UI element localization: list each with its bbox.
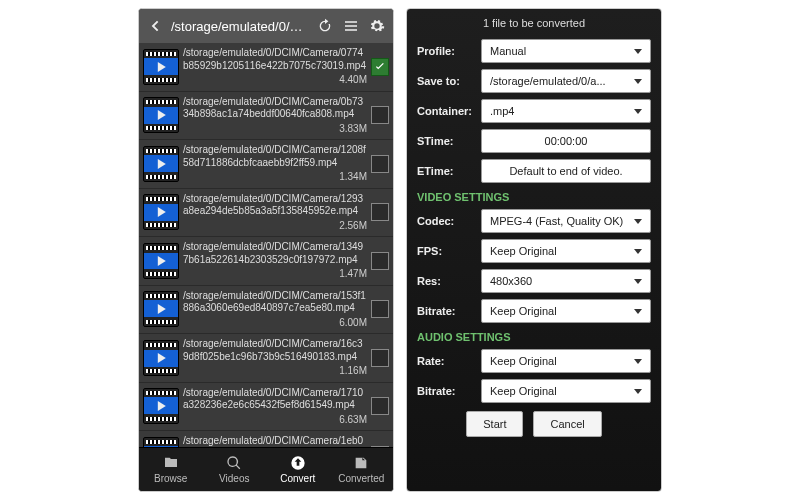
file-item[interactable]: /storage/emulated/0/DCIM/Camera/153f1886… [139,286,393,335]
label-fps: FPS: [417,245,475,257]
label-codec: Codec: [417,215,475,227]
video-thumb-icon [143,194,179,230]
etime-field[interactable]: Default to end of video. [481,159,651,183]
label-res: Res: [417,275,475,287]
file-path: /storage/emulated/0/DCIM/Camera/1208f58d… [183,144,367,169]
conversion-headline: 1 file to be converted [407,9,661,35]
bottom-tabs: Browse Videos Convert Converted [139,447,393,491]
file-path: /storage/emulated/0/DCIM/Camera/13497b61… [183,241,367,266]
file-list: /storage/emulated/0/DCIM/Camera/0774b859… [139,43,393,447]
file-path: /storage/emulated/0/DCIM/Camera/153f1886… [183,290,367,315]
profile-select[interactable]: Manual [481,39,651,63]
tab-videos[interactable]: Videos [203,448,267,491]
file-size: 1.47M [183,268,367,281]
file-size: 6.63M [183,414,367,427]
file-path: /storage/emulated/0/DCIM/Camera/1710a328… [183,387,367,412]
file-path: /storage/emulated/0/DCIM/Camera/1293a8ea… [183,193,367,218]
video-thumb-icon [143,388,179,424]
file-size: 2.56M [183,220,367,233]
topbar: /storage/emulated/0/D... [139,9,393,43]
chevron-down-icon [634,249,642,254]
file-checkbox[interactable] [371,155,389,173]
video-settings-heading: VIDEO SETTINGS [417,191,651,203]
saveto-value: /storage/emulated/0/a... [490,75,606,87]
etime-value: Default to end of video. [509,165,622,177]
fps-select[interactable]: Keep Original [481,239,651,263]
video-thumb-icon [143,437,179,447]
tab-browse[interactable]: Browse [139,448,203,491]
codec-select[interactable]: MPEG-4 (Fast, Quality OK) [481,209,651,233]
file-checkbox[interactable] [371,106,389,124]
label-saveto: Save to: [417,75,475,87]
settings-icon[interactable] [367,16,387,36]
chevron-down-icon [634,49,642,54]
file-item[interactable]: /storage/emulated/0/DCIM/Camera/1293a8ea… [139,189,393,238]
file-checkbox[interactable] [371,300,389,318]
tab-converted[interactable]: Converted [330,448,394,491]
file-checkbox[interactable] [371,58,389,76]
file-meta: /storage/emulated/0/DCIM/Camera/1eb0e53e… [179,433,371,447]
file-checkbox[interactable] [371,203,389,221]
res-select[interactable]: 480x360 [481,269,651,293]
fps-value: Keep Original [490,245,557,257]
tab-label: Videos [219,473,249,484]
file-meta: /storage/emulated/0/DCIM/Camera/1710a328… [179,385,371,429]
stime-value: 00:00:00 [545,135,588,147]
file-meta: /storage/emulated/0/DCIM/Camera/0774b859… [179,45,371,89]
file-path: /storage/emulated/0/DCIM/Camera/0774b859… [183,47,367,72]
refresh-icon[interactable] [315,16,335,36]
chevron-down-icon [634,79,642,84]
chevron-down-icon [634,109,642,114]
file-checkbox[interactable] [371,349,389,367]
back-icon[interactable] [145,16,165,36]
file-item[interactable]: /storage/emulated/0/DCIM/Camera/13497b61… [139,237,393,286]
rate-select[interactable]: Keep Original [481,349,651,373]
file-meta: /storage/emulated/0/DCIM/Camera/16c39d8f… [179,336,371,380]
cancel-button[interactable]: Cancel [533,411,601,437]
label-container: Container: [417,105,475,117]
file-item[interactable]: /storage/emulated/0/DCIM/Camera/16c39d8f… [139,334,393,383]
abitrate-select[interactable]: Keep Original [481,379,651,403]
file-size: 3.83M [183,123,367,136]
label-profile: Profile: [417,45,475,57]
file-item[interactable]: /storage/emulated/0/DCIM/Camera/0b7334b8… [139,92,393,141]
file-item[interactable]: /storage/emulated/0/DCIM/Camera/1eb0e53e… [139,431,393,447]
res-value: 480x360 [490,275,532,287]
check-icon [373,60,387,74]
menu-icon[interactable] [341,16,361,36]
tab-convert[interactable]: Convert [266,448,330,491]
file-meta: /storage/emulated/0/DCIM/Camera/0b7334b8… [179,94,371,138]
label-etime: ETime: [417,165,475,177]
file-meta: /storage/emulated/0/DCIM/Camera/1293a8ea… [179,191,371,235]
label-stime: STime: [417,135,475,147]
file-item[interactable]: /storage/emulated/0/DCIM/Camera/1710a328… [139,383,393,432]
file-size: 1.16M [183,365,367,378]
tab-label: Browse [154,473,187,484]
container-select[interactable]: .mp4 [481,99,651,123]
file-checkbox[interactable] [371,397,389,415]
label-abitrate: Bitrate: [417,385,475,397]
codec-value: MPEG-4 (Fast, Quality OK) [490,215,623,227]
saveto-select[interactable]: /storage/emulated/0/a... [481,69,651,93]
convert-settings-panel: 1 file to be converted Profile: Manual S… [406,8,662,492]
file-checkbox[interactable] [371,252,389,270]
video-thumb-icon [143,243,179,279]
file-size: 6.00M [183,317,367,330]
stime-field[interactable]: 00:00:00 [481,129,651,153]
path-title: /storage/emulated/0/D... [171,19,309,34]
video-thumb-icon [143,291,179,327]
chevron-down-icon [634,309,642,314]
label-rate: Rate: [417,355,475,367]
rate-value: Keep Original [490,355,557,367]
profile-value: Manual [490,45,526,57]
chevron-down-icon [634,279,642,284]
video-thumb-icon [143,49,179,85]
vbitrate-select[interactable]: Keep Original [481,299,651,323]
file-meta: /storage/emulated/0/DCIM/Camera/153f1886… [179,288,371,332]
file-item[interactable]: /storage/emulated/0/DCIM/Camera/1208f58d… [139,140,393,189]
start-button[interactable]: Start [466,411,523,437]
label-vbitrate: Bitrate: [417,305,475,317]
file-size: 4.40M [183,74,367,87]
video-thumb-icon [143,146,179,182]
file-item[interactable]: /storage/emulated/0/DCIM/Camera/0774b859… [139,43,393,92]
